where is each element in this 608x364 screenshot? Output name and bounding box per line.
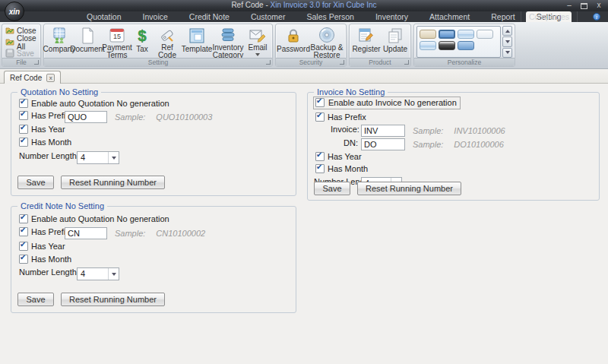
quotation-sample: Sample:QUO10100003: [115, 112, 212, 122]
credit-prefix-input[interactable]: [65, 227, 107, 239]
panel-title: Quotation No Setting: [17, 87, 101, 97]
quotation-prefix-input[interactable]: [65, 111, 107, 123]
ribbon-group-file: Close Close All Save File: [2, 24, 41, 67]
title-bar: Ref Code - Xin Invoice 3.0 for Xin Cube …: [0, 0, 608, 11]
ref-code-button[interactable]: Ref Code: [153, 26, 182, 56]
calendar-15-icon: 15: [108, 27, 126, 43]
has-month-checkbox[interactable]: ✔: [19, 138, 28, 147]
company-icon: [50, 27, 68, 45]
theme-swatch-blue-selected[interactable]: [439, 30, 455, 39]
gallery-more-icon[interactable]: [502, 48, 512, 58]
credit-note-no-setting-panel: Credit Note No Setting ✔ Enable auto Quo…: [11, 206, 296, 313]
inventory-category-button[interactable]: Inventory Category: [212, 26, 244, 56]
has-year-checkbox[interactable]: ✔: [315, 152, 325, 161]
backup-restore-button[interactable]: Backup & Restore: [310, 26, 344, 56]
document-button[interactable]: Document: [74, 26, 101, 56]
close-all-button[interactable]: Close All: [5, 37, 38, 47]
company-button[interactable]: Company: [46, 26, 72, 56]
has-year-checkbox[interactable]: ✔: [19, 125, 28, 134]
number-length-label: Number Length:: [19, 151, 79, 160]
tab-close-icon[interactable]: x: [46, 74, 55, 82]
number-length-select[interactable]: 4: [77, 267, 119, 280]
enable-auto-quotation-label: Enable auto Quotation No generation: [31, 99, 169, 108]
theme-swatch-beige[interactable]: [420, 30, 436, 39]
register-form-icon: [357, 27, 375, 45]
email-icon: [249, 27, 267, 43]
invoice-prefix-input[interactable]: [361, 125, 405, 137]
password-button[interactable]: Password: [278, 26, 309, 56]
tab-report[interactable]: Report: [480, 11, 526, 22]
dialog-launcher-icon[interactable]: [404, 60, 409, 65]
ribbon-tab-bar: Quotation Invoice Credit Note Customer S…: [0, 11, 608, 22]
enable-auto-quotation-checkbox[interactable]: ✔: [19, 99, 28, 108]
panel-title: Invoice No Setting: [314, 87, 388, 97]
has-month-label: Has Month: [31, 138, 71, 147]
invoice-sample: Sample:INV10100006: [413, 126, 505, 135]
register-button[interactable]: Register: [352, 26, 381, 56]
document-tab-strip: Ref Code x: [0, 69, 608, 84]
dialog-launcher-icon[interactable]: [340, 60, 344, 65]
has-year-checkbox[interactable]: ✔: [19, 242, 28, 251]
theme-swatch-mediumblue[interactable]: [458, 41, 474, 50]
update-button[interactable]: Update: [382, 26, 408, 56]
gallery-scroll-down-icon[interactable]: [502, 36, 512, 46]
reset-running-number-button[interactable]: Reset Running Number: [357, 182, 461, 195]
theme-gallery: [416, 26, 501, 58]
save-button[interactable]: Save: [17, 293, 54, 306]
cd-disc-icon: [318, 27, 336, 43]
stacked-trays-icon: [219, 27, 237, 43]
theme-swatch-lightblue[interactable]: [458, 30, 474, 39]
gallery-scroll-up-icon[interactable]: [502, 26, 512, 36]
has-prefix-label: Has Prefix: [328, 112, 366, 122]
has-prefix-checkbox[interactable]: ✔: [19, 111, 28, 120]
tab-attachment[interactable]: Attachment: [419, 11, 480, 22]
has-month-checkbox[interactable]: ✔: [315, 164, 325, 173]
tab-customer[interactable]: Customer: [240, 11, 296, 22]
folder-close-icon: [5, 26, 14, 36]
reset-running-number-button[interactable]: Reset Running Number: [61, 176, 165, 189]
theme-swatch-black[interactable]: [439, 41, 455, 50]
minimize-button[interactable]: –: [565, 1, 574, 10]
info-icon[interactable]: i: [593, 13, 600, 21]
content-area: Quotation No Setting ✔ Enable auto Quota…: [0, 84, 608, 364]
xin-logo: xin: [5, 2, 24, 21]
has-prefix-checkbox[interactable]: ✔: [19, 227, 28, 236]
tax-button[interactable]: $ Tax: [133, 26, 151, 56]
tab-companies[interactable]: Companies: [521, 11, 578, 22]
tab-credit-note[interactable]: Credit Note: [179, 11, 240, 22]
number-length-select[interactable]: 4: [77, 151, 119, 164]
has-month-checkbox[interactable]: ✔: [19, 255, 28, 264]
dn-field-label: DN:: [331, 138, 358, 147]
chevron-down-icon[interactable]: [108, 268, 119, 280]
payment-terms-button[interactable]: 15 Payment Terms: [103, 26, 131, 56]
dn-prefix-input[interactable]: [361, 138, 405, 150]
chevron-down-icon[interactable]: [108, 152, 119, 163]
theme-swatch-white[interactable]: [477, 30, 493, 39]
tab-invoice[interactable]: Invoice: [132, 11, 179, 22]
theme-swatch-skyblue[interactable]: [420, 41, 436, 50]
save-button[interactable]: Save: [314, 182, 350, 195]
app-window: Ref Code - Xin Invoice 3.0 for Xin Cube …: [0, 0, 608, 364]
enable-auto-invoice-checkbox[interactable]: ✔: [315, 98, 325, 107]
chevron-down-icon: [255, 53, 260, 56]
has-month-label: Has Month: [31, 255, 71, 264]
close-window-button[interactable]: x: [594, 1, 603, 10]
dollar-icon: $: [133, 27, 151, 45]
invoice-no-setting-panel: Invoice No Setting ✔ Enable auto Invoice…: [307, 92, 600, 201]
save-button[interactable]: Save: [17, 176, 54, 189]
tab-sales-person[interactable]: Sales Person: [296, 11, 364, 22]
email-button[interactable]: Email: [245, 26, 270, 56]
dialog-launcher-icon[interactable]: [266, 60, 271, 65]
has-prefix-checkbox[interactable]: ✔: [315, 112, 325, 122]
ribbon-group-security: Password Backup & Restore Security: [275, 24, 347, 67]
tab-quotation[interactable]: Quotation: [76, 11, 132, 22]
template-button[interactable]: Template: [183, 26, 211, 56]
doc-tab-ref-code[interactable]: Ref Code x: [4, 71, 61, 84]
dialog-launcher-icon[interactable]: [34, 60, 39, 65]
enable-auto-credit-checkbox[interactable]: ✔: [19, 214, 28, 223]
panel-title: Credit Note No Setting: [17, 201, 107, 210]
reset-running-number-button[interactable]: Reset Running Number: [61, 293, 165, 306]
restore-button[interactable]: [581, 3, 587, 9]
quotation-no-setting-panel: Quotation No Setting ✔ Enable auto Quota…: [11, 92, 296, 196]
tab-inventory[interactable]: Inventory: [365, 11, 419, 22]
